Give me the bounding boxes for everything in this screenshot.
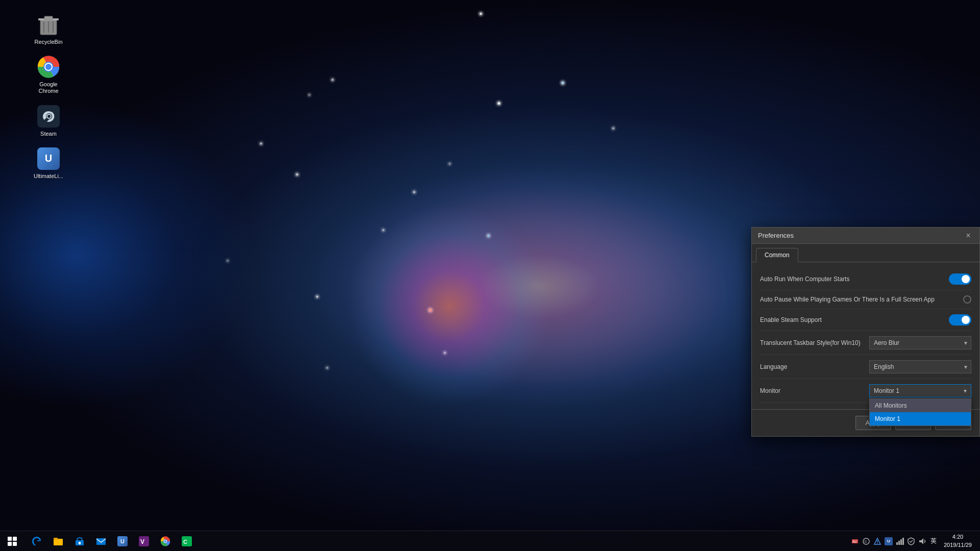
setting-auto-pause: Auto Pause While Playing Games Or There … — [760, 290, 971, 309]
monitor-option-1[interactable]: Monitor 1 — [870, 412, 971, 425]
auto-pause-label: Auto Pause While Playing Games Or There … — [760, 296, 963, 303]
auto-run-label: Auto Run When Computer Starts — [760, 276, 949, 283]
enable-steam-label: Enable Steam Support — [760, 316, 949, 323]
setting-language: Language English ▼ — [760, 355, 971, 379]
language-select[interactable]: English — [869, 360, 971, 373]
monitor-label: Monitor — [760, 387, 869, 394]
monitor-dropdown-list: All Monitors Monitor 1 — [869, 398, 971, 426]
dialog-title: Preferences — [758, 232, 794, 239]
tab-common[interactable]: Common — [756, 248, 798, 262]
dialog-overlay: Preferences × Common Auto Run When Compu… — [0, 0, 980, 551]
dialog-tabs: Common — [752, 244, 979, 262]
dialog-content: Auto Run When Computer Starts Auto Pause… — [752, 262, 979, 409]
monitor-chevron: ▼ — [963, 388, 968, 394]
monitor-select-display[interactable]: Monitor 1 ▼ — [869, 384, 971, 397]
setting-taskbar-style: Translucent Taskbar Style(for Win10) Aer… — [760, 331, 971, 355]
dialog-close-button[interactable]: × — [963, 231, 973, 241]
taskbar-style-select[interactable]: Aero Blur — [869, 336, 971, 349]
monitor-select-container: Monitor 1 ▼ All Monitors Monitor 1 — [869, 384, 971, 397]
setting-monitor: Monitor Monitor 1 ▼ All Monitors Monitor… — [760, 379, 971, 403]
language-select-wrapper: English ▼ — [869, 360, 971, 373]
auto-run-toggle[interactable] — [949, 273, 971, 285]
auto-pause-radio[interactable] — [963, 295, 971, 304]
preferences-dialog: Preferences × Common Auto Run When Compu… — [751, 227, 980, 437]
monitor-selected-value: Monitor 1 — [874, 387, 899, 394]
enable-steam-toggle[interactable] — [949, 314, 971, 325]
taskbar-style-label: Translucent Taskbar Style(for Win10) — [760, 339, 869, 346]
setting-auto-run: Auto Run When Computer Starts — [760, 268, 971, 290]
language-label: Language — [760, 363, 869, 370]
taskbar-style-select-wrapper: Aero Blur ▼ — [869, 336, 971, 349]
setting-enable-steam: Enable Steam Support — [760, 309, 971, 331]
dialog-titlebar: Preferences × — [752, 228, 979, 244]
monitor-option-all[interactable]: All Monitors — [870, 399, 971, 412]
